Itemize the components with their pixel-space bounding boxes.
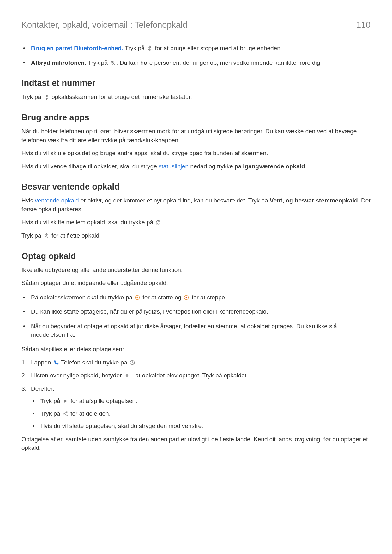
heading-other-apps: Brug andre apps	[21, 111, 371, 124]
text: Tryk på	[21, 93, 43, 100]
call-waiting-p3: Tryk på for at flette opkald.	[21, 231, 371, 240]
mute-label: Afbryd mikrofonen.	[31, 59, 86, 66]
bluetooth-icon	[147, 45, 153, 51]
text: Hvis du vil skifte mellem opkald, skal d…	[21, 219, 155, 226]
text: Tryk på	[40, 410, 62, 417]
step-3-options: Tryk på for at afspille optagelsen. Tryk…	[31, 397, 371, 431]
record-stop-icon	[184, 295, 189, 300]
step-3-delete: Hvis du vil slette optagelsen, skal du s…	[31, 422, 371, 431]
heading-enter-number: Indtast et nummer	[21, 77, 371, 89]
text: Tryk på	[21, 232, 43, 239]
record-b1: På opkaldsskærmen skal du trykke på for …	[21, 293, 371, 302]
call-waiting-p2: Hvis du vil skifte mellem opkald, skal d…	[21, 218, 371, 227]
text: for at flette opkald.	[50, 232, 101, 239]
text: er aktivt, og der kommer et nyt opkald i…	[79, 197, 270, 204]
playback-steps: I appen Telefon skal du trykke på . I li…	[21, 358, 371, 431]
step-2: I listen over nylige opkald, betyder , a…	[21, 371, 371, 380]
ongoing-call-label: Igangværende opkald	[243, 163, 305, 170]
heading-call-waiting: Besvar ventende opkald	[21, 181, 371, 193]
text: Derefter:	[31, 385, 54, 392]
heading-record: Optag opkald	[21, 250, 371, 262]
swap-calls-icon	[155, 220, 161, 225]
bullet-bluetooth: Brug en parret Bluetooth-enhed. Tryk på …	[21, 44, 371, 53]
text: opkaldsskærmen for at bruge det numerisk…	[50, 93, 192, 100]
text: for at afspille optagelsen.	[69, 398, 137, 404]
recorded-call-icon	[124, 373, 130, 378]
text: .	[305, 163, 307, 170]
record-p2: Sådan optager du et indgående eller udgå…	[21, 279, 371, 287]
record-b2: Du kan ikke starte optagelse, når du er …	[21, 307, 371, 316]
intro-bullets: Brug en parret Bluetooth-enhed. Tryk på …	[21, 44, 371, 67]
record-p3: Sådan afspilles eller deles optagelsen:	[21, 345, 371, 354]
text: Tryk på	[86, 59, 109, 66]
statusbar-link[interactable]: statuslinjen	[159, 163, 189, 170]
call-waiting-p1: Hvis ventende opkald er aktivt, og der k…	[21, 196, 371, 214]
other-apps-p1: Når du holder telefonen op til øret, bli…	[21, 127, 371, 144]
share-icon	[63, 411, 68, 417]
text: , at opkaldet blev optaget. Tryk på opka…	[130, 372, 248, 379]
recent-icon	[130, 360, 135, 365]
text: Telefon skal du trykke på	[60, 359, 129, 366]
text: .	[162, 219, 163, 226]
merge-calls-icon	[44, 233, 49, 238]
record-bullets: På opkaldsskærmen skal du trykke på for …	[21, 293, 371, 339]
text: På opkaldsskærmen skal du trykke på	[31, 294, 134, 301]
enter-number-text: Tryk på opkaldsskærmen for at bruge det …	[21, 93, 371, 101]
step-3-share: Tryk på for at dele den.	[31, 409, 371, 418]
page-header: Kontakter, opkald, voicemail : Telefonop…	[21, 19, 371, 31]
text: Hvis	[21, 197, 35, 204]
record-p1: Ikke alle udbydere og alle lande underst…	[21, 266, 371, 274]
page-number: 110	[356, 19, 371, 31]
step-1: I appen Telefon skal du trykke på .	[21, 358, 371, 367]
text: . Du kan høre personen, der ringer op, m…	[116, 59, 322, 66]
text: nedad og trykke på	[189, 163, 243, 170]
text: for at starte og	[141, 294, 183, 301]
text: Tryk på	[123, 45, 146, 51]
bluetooth-link[interactable]: Brug en parret Bluetooth-enhed.	[31, 45, 123, 51]
other-apps-p2: Hvis du vil skjule opkaldet og bruge and…	[21, 149, 371, 158]
text: Tryk på	[40, 398, 62, 404]
text: for at dele den.	[69, 410, 111, 417]
record-legal: Optagelse af en samtale uden samtykke fr…	[21, 435, 371, 452]
dialpad-icon	[44, 94, 49, 100]
text: Hvis du vil vende tilbage til opkaldet, …	[21, 163, 159, 170]
other-apps-p3: Hvis du vil vende tilbage til opkaldet, …	[21, 162, 371, 171]
record-start-icon	[135, 295, 140, 300]
bullet-mute: Afbryd mikrofonen. Tryk på . Du kan høre…	[21, 58, 371, 67]
step-3-play: Tryk på for at afspille optagelsen.	[31, 397, 371, 406]
call-waiting-link[interactable]: ventende opkald	[35, 197, 79, 204]
document-page: Kontakter, opkald, voicemail : Telefonop…	[0, 0, 392, 482]
record-b3: Når du begynder at optage et opkald af j…	[21, 322, 371, 339]
mic-off-icon	[110, 60, 116, 66]
text: I appen	[31, 359, 53, 366]
phone-app-icon	[53, 360, 59, 365]
hold-answer-label: Vent, og besvar stemmeopkald	[270, 197, 358, 204]
breadcrumb: Kontakter, opkald, voicemail : Telefonop…	[21, 19, 187, 31]
text: for at bruge eller stoppe med at bruge e…	[153, 45, 282, 51]
play-icon	[63, 398, 68, 404]
text: .	[136, 359, 137, 366]
text: I listen over nylige opkald, betyder	[31, 372, 124, 379]
step-3: Derefter: Tryk på for at afspille optage…	[21, 384, 371, 431]
text: for at stoppe.	[190, 294, 226, 301]
